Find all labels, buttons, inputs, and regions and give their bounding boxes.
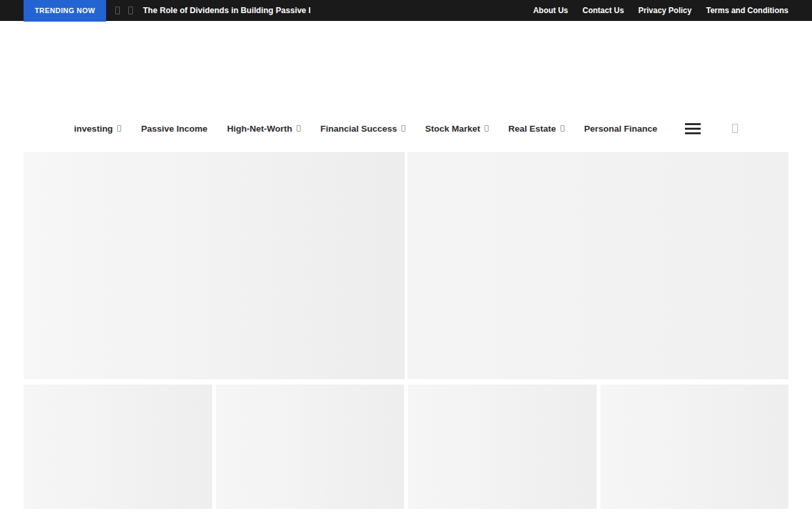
ticker-next-icon[interactable]: [128, 7, 133, 14]
topbar: TRENDING NOW The Role of Dividends in Bu…: [0, 0, 812, 21]
nav-item-label: High-Net-Worth: [227, 124, 292, 134]
nav-item-label: Stock Market: [425, 124, 480, 134]
link-privacy-policy[interactable]: Privacy Policy: [638, 6, 692, 15]
nav-item-label: Real Estate: [508, 124, 556, 134]
chevron-down-icon: [561, 125, 564, 132]
link-about-us[interactable]: About Us: [533, 6, 568, 15]
nav-item-label: Personal Finance: [584, 124, 657, 134]
nav-item-label: investing: [74, 124, 113, 134]
ticker-controls: [115, 7, 133, 14]
hamburger-icon[interactable]: [685, 122, 701, 136]
chevron-down-icon: [485, 125, 489, 132]
search-glyph: [732, 124, 738, 133]
article-card-placeholder[interactable]: [24, 384, 212, 509]
featured-article-placeholder[interactable]: [24, 152, 405, 379]
chevron-down-icon: [401, 125, 405, 132]
nav-item-investing[interactable]: investing: [74, 124, 121, 134]
logo-area: [0, 21, 812, 119]
nav-item-high-net-worth[interactable]: High-Net-Worth: [227, 124, 301, 134]
link-terms-and-conditions[interactable]: Terms and Conditions: [706, 6, 788, 15]
nav-item-stock-market[interactable]: Stock Market: [425, 124, 489, 134]
main-content: [24, 152, 788, 509]
nav-item-label: Financial Success: [320, 124, 397, 134]
topbar-links: About Us Contact Us Privacy Policy Terms…: [533, 6, 788, 15]
search-icon[interactable]: [732, 124, 738, 133]
nav-item-financial-success[interactable]: Financial Success: [320, 124, 405, 134]
nav-item-real-estate[interactable]: Real Estate: [508, 124, 564, 134]
featured-article-placeholder[interactable]: [407, 152, 788, 379]
main-nav: investing Passive Income High-Net-Worth …: [0, 119, 812, 138]
nav-item-passive-income[interactable]: Passive Income: [141, 124, 207, 134]
chevron-down-icon: [297, 125, 301, 132]
site-header: investing Passive Income High-Net-Worth …: [0, 21, 812, 152]
link-contact-us[interactable]: Contact Us: [582, 6, 623, 15]
nav-item-label: Passive Income: [141, 124, 207, 134]
topbar-inner: TRENDING NOW The Role of Dividends in Bu…: [24, 0, 788, 21]
article-card-placeholder[interactable]: [216, 384, 405, 509]
article-card-placeholder[interactable]: [408, 384, 597, 509]
featured-posts-row: [24, 152, 788, 379]
ticker-prev-icon[interactable]: [115, 7, 120, 14]
chevron-down-icon: [117, 125, 121, 132]
trending-now-badge: TRENDING NOW: [24, 0, 106, 22]
article-card-placeholder[interactable]: [600, 384, 789, 509]
ticker-headline-link[interactable]: The Role of Dividends in Building Passiv…: [143, 6, 310, 15]
nav-item-personal-finance[interactable]: Personal Finance: [584, 124, 657, 134]
article-cards-row: [24, 384, 788, 509]
